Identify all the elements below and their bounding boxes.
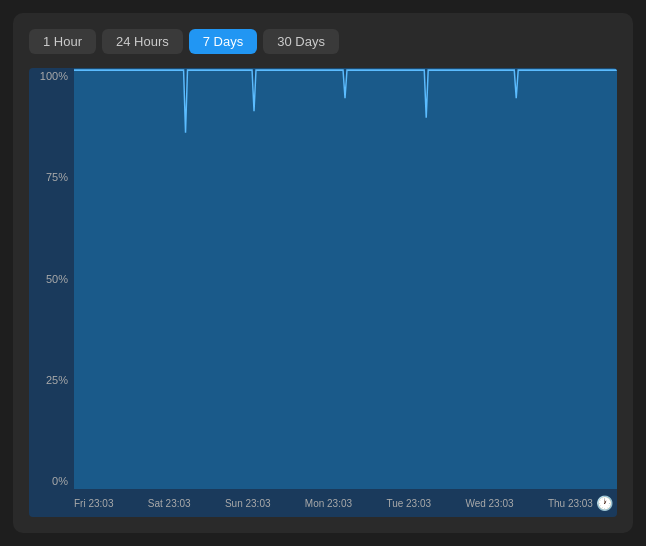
main-container: 1 Hour 24 Hours 7 Days 30 Days 100% 75% … xyxy=(13,13,633,533)
chart-fill xyxy=(74,70,617,489)
x-axis: Fri 23:03 Sat 23:03 Sun 23:03 Mon 23:03 … xyxy=(74,489,593,517)
x-label-fri: Fri 23:03 xyxy=(74,498,113,509)
y-axis: 100% 75% 50% 25% 0% xyxy=(29,68,74,489)
x-label-sat: Sat 23:03 xyxy=(148,498,191,509)
tab-30days[interactable]: 30 Days xyxy=(263,29,339,54)
x-label-wed: Wed 23:03 xyxy=(465,498,513,509)
tab-7days[interactable]: 7 Days xyxy=(189,29,257,54)
x-label-mon: Mon 23:03 xyxy=(305,498,352,509)
x-label-thu: Thu 23:03 xyxy=(548,498,593,509)
y-label-100: 100% xyxy=(29,70,68,82)
x-label-tue: Tue 23:03 xyxy=(386,498,431,509)
tab-24hours[interactable]: 24 Hours xyxy=(102,29,183,54)
chart-area: 100% 75% 50% 25% 0% Fri 23:03 Sat 23:03 xyxy=(29,68,617,517)
tab-1hour[interactable]: 1 Hour xyxy=(29,29,96,54)
y-label-75: 75% xyxy=(29,171,68,183)
chart-inner xyxy=(74,68,617,489)
clock-icon: 🕐 xyxy=(596,495,613,511)
x-label-sun: Sun 23:03 xyxy=(225,498,271,509)
y-label-0: 0% xyxy=(29,475,68,487)
chart-svg xyxy=(74,68,617,489)
toolbar: 1 Hour 24 Hours 7 Days 30 Days xyxy=(29,29,617,54)
y-label-50: 50% xyxy=(29,273,68,285)
y-label-25: 25% xyxy=(29,374,68,386)
